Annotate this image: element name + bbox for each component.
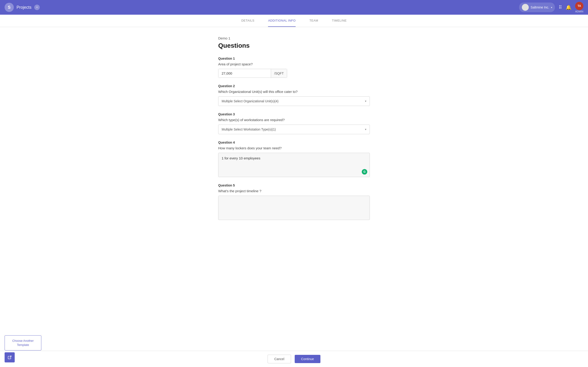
user-label: ADMIN xyxy=(575,10,583,13)
org-unit-dropdown-value: Multiple Select Organizational Unit(s)(4… xyxy=(222,99,278,103)
question-2-block: Question 2 Which Organizational Unit(s) … xyxy=(218,84,370,106)
header-left: S Projects × xyxy=(5,3,40,12)
question-1-block: Question 1 Area of project space? /SQFT xyxy=(218,57,370,78)
continue-button[interactable]: Continue xyxy=(295,355,320,363)
question-5-label: Question 5 xyxy=(218,184,370,187)
company-avatar xyxy=(522,4,529,11)
question-1-text: Area of project space? xyxy=(218,62,370,66)
timeline-textarea[interactable] xyxy=(218,196,370,219)
workstation-dropdown[interactable]: Multiple Select Workstation Type(s)(1) ▾ xyxy=(218,125,370,134)
company-name: Saltmine Inc. xyxy=(531,6,549,9)
question-1-label: Question 1 xyxy=(218,57,370,60)
footer: Cancel Continue xyxy=(0,351,588,367)
tab-team[interactable]: TEAM xyxy=(309,15,318,27)
bell-icon[interactable]: 🔔 xyxy=(566,5,571,10)
timeline-textarea-wrapper xyxy=(218,196,370,220)
external-link-icon xyxy=(7,355,12,360)
question-2-text: Which Organizational Unit(s) will this o… xyxy=(218,90,370,94)
main-content: Demo 1 Questions Question 1 Area of proj… xyxy=(0,27,588,366)
grammarly-icon: G xyxy=(362,169,367,175)
dropdown-chevron-2-icon: ▾ xyxy=(365,128,366,131)
lockers-textarea-wrapper: 1 for every 10 employees G xyxy=(218,153,370,177)
question-3-block: Question 3 Which type(s) of workstations… xyxy=(218,112,370,134)
workstation-dropdown-value: Multiple Select Workstation Type(s)(1) xyxy=(222,127,276,131)
choose-template-label: Choose AnotherTemplate xyxy=(12,339,34,347)
tab-additional-info[interactable]: ADDITIONAL INFO xyxy=(268,15,296,27)
area-unit: /SQFT xyxy=(271,69,287,77)
lockers-textarea[interactable]: 1 for every 10 employees xyxy=(218,153,370,176)
page-title: Questions xyxy=(218,42,370,49)
question-2-label: Question 2 xyxy=(218,84,370,88)
org-unit-dropdown[interactable]: Multiple Select Organizational Unit(s)(4… xyxy=(218,96,370,106)
dropdown-chevron-icon: ▾ xyxy=(365,100,366,103)
project-name: Demo 1 xyxy=(218,36,370,40)
user-wrapper: TA ADMIN xyxy=(575,2,583,13)
tab-timeline[interactable]: TIMELINE xyxy=(332,15,346,27)
tabs-bar: DETAILS ADDITIONAL INFO TEAM TIMELINE xyxy=(0,15,588,27)
user-avatar[interactable]: TA xyxy=(575,2,583,10)
app-logo: S xyxy=(5,3,14,12)
grid-icon[interactable]: ⠿ xyxy=(559,5,562,10)
content-area: Demo 1 Questions Question 1 Area of proj… xyxy=(214,36,374,220)
app-title: Projects xyxy=(17,5,32,10)
company-chevron-icon: ▾ xyxy=(551,6,552,9)
tab-details[interactable]: DETAILS xyxy=(242,15,254,27)
choose-template-button[interactable]: Choose AnotherTemplate xyxy=(5,335,41,350)
choose-template-wrapper: Choose AnotherTemplate xyxy=(5,335,41,362)
question-5-text: What's the project timeline ? xyxy=(218,189,370,193)
template-icon-button[interactable] xyxy=(5,352,15,362)
question-4-label: Question 4 xyxy=(218,141,370,144)
question-4-text: How many lockers does your team need? xyxy=(218,146,370,150)
question-5-block: Question 5 What's the project timeline ? xyxy=(218,184,370,220)
header-right: Saltmine Inc. ▾ ⠿ 🔔 TA ADMIN xyxy=(519,2,583,13)
cancel-button[interactable]: Cancel xyxy=(268,355,291,363)
question-4-block: Question 4 How many lockers does your te… xyxy=(218,141,370,177)
company-selector[interactable]: Saltmine Inc. ▾ xyxy=(519,2,555,12)
question-1-input-wrapper: /SQFT xyxy=(218,69,287,78)
close-button[interactable]: × xyxy=(34,5,40,10)
area-input[interactable] xyxy=(218,69,271,77)
app-header: S Projects × Saltmine Inc. ▾ ⠿ 🔔 TA ADMI… xyxy=(0,0,588,15)
question-3-label: Question 3 xyxy=(218,112,370,116)
question-3-text: Which type(s) of workstations are requir… xyxy=(218,118,370,122)
